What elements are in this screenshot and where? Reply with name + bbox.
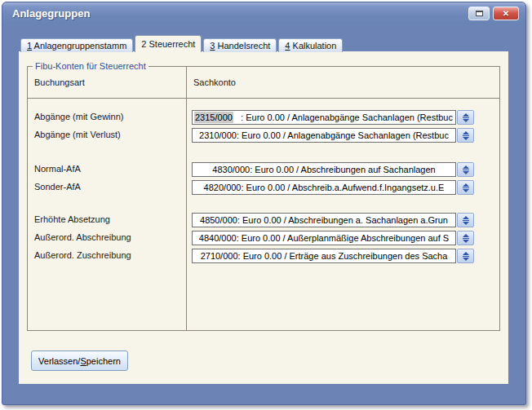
arrow-up-icon (463, 165, 469, 169)
row-label: Erhöhte Absetzung (34, 214, 110, 224)
window-title: Anlagegruppen (12, 7, 90, 20)
sachkonto-field-abgaenge-gewinn: 2315/000 : Euro 0.00 / Anlagenabgänge Sa… (192, 110, 474, 125)
account-text: : Euro 0.00 / Anlagenabgänge Sachanlagen… (233, 112, 453, 122)
account-code: 4840/000 (199, 233, 237, 243)
account-text: : Euro 0.00 / Abschreibungen a. Sachanla… (237, 215, 448, 225)
close-button[interactable]: ✕ (493, 7, 519, 20)
caption-buttons: ✕ (468, 7, 519, 20)
account-text: : Euro 0.00 / Erträge aus Zuschreibungen… (238, 251, 448, 261)
anlagegruppen-dialog: Anlagegruppen ✕ 1 Anlagengruppenstamm 2 … (2, 2, 526, 405)
spinner-divider (463, 187, 469, 188)
sachkonto-field-sonder-afa: 4820/000: Euro 0.00 / Abschreib.a.Aufwen… (192, 180, 474, 195)
tab-strip: 1 Anlagengruppenstamm 2 Steuerrecht 3 Ha… (20, 35, 343, 52)
tab-label: Kalkulation (290, 41, 336, 51)
sachkonto-field-ausserord-abschreibung: 4840/000: Euro 0.00 / Außerplanmäßige Ab… (192, 231, 474, 245)
spinner-divider (463, 220, 469, 221)
table-row: Sonder-AfA 4820/000: Euro 0.00 / Abschre… (28, 180, 499, 195)
arrow-down-icon (463, 171, 469, 174)
tab-label: Steuerrecht (146, 39, 195, 49)
groupbox-title: Fibu-Konten für Steuerrecht (33, 61, 149, 71)
account-input[interactable]: 2710/000: Euro 0.00 / Erträge aus Zuschr… (192, 249, 456, 263)
arrow-up-icon (463, 131, 469, 134)
account-input[interactable]: 2315/000 : Euro 0.00 / Anlagenabgänge Sa… (192, 110, 456, 125)
spinner-divider (463, 170, 469, 170)
arrow-down-icon (463, 137, 469, 140)
tab-label: Anlagengruppenstamm (32, 41, 126, 51)
close-icon: ✕ (503, 9, 509, 18)
arrow-down-icon (463, 119, 469, 122)
row-label: Abgänge (mit Gewinn) (34, 112, 123, 121)
spinner-divider (463, 256, 469, 257)
account-input[interactable]: 4840/000: Euro 0.00 / Außerplanmäßige Ab… (192, 231, 456, 245)
row-label: Außerord. Zuschreibung (34, 250, 131, 260)
table-row: Abgänge (mit Verlust) 2310/000: Euro 0.0… (28, 128, 499, 143)
account-code: 2710/000 (201, 251, 238, 261)
table-row: Außerord. Abschreibung 4840/000: Euro 0.… (28, 231, 499, 245)
tab-steuerrecht[interactable]: 2 Steuerrecht (135, 35, 202, 52)
account-code: 2310/000 (199, 130, 237, 140)
account-text: : Euro 0.00 / Abschreibungen auf Sachanl… (250, 165, 436, 174)
arrow-down-icon (463, 240, 469, 243)
tab-anlagengruppenstamm[interactable]: 1 Anlagengruppenstamm (20, 38, 133, 52)
account-code: 4850/000 (200, 215, 237, 225)
selected-account-code: 2315/000 (194, 112, 233, 123)
row-label: Normal-AfA (34, 164, 81, 174)
spinner-button[interactable] (457, 128, 474, 143)
button-label: Verlassen/ (38, 356, 80, 366)
spinner-button[interactable] (457, 180, 474, 195)
sachkonto-field-normal-afa: 4830/000: Euro 0.00 / Abschreibungen auf… (192, 162, 474, 177)
column-header-sachkonto: Sachkonto (193, 77, 236, 87)
account-text: : Euro 0.00 / Außerplanmäßige Abschreibu… (237, 233, 450, 243)
tab-kalkulation[interactable]: 4 Kalkulation (278, 38, 343, 52)
restore-button[interactable] (468, 7, 490, 20)
fibu-konten-groupbox: Fibu-Konten für Steuerrecht Buchungsart … (27, 66, 500, 331)
row-label: Sonder-AfA (34, 182, 81, 192)
button-label: peichern (86, 356, 121, 366)
account-input[interactable]: 2310/000: Euro 0.00 / Anlagenabgänge Sac… (192, 128, 456, 143)
spinner-divider (463, 135, 469, 136)
arrow-up-icon (463, 183, 469, 187)
account-text: : Euro 0.00 / Anlagenabgänge Sachanlagen… (237, 130, 449, 140)
row-label: Außerord. Abschreibung (34, 232, 131, 242)
arrow-down-icon (463, 222, 469, 225)
arrow-up-icon (463, 113, 469, 117)
table-row: Erhöhte Absetzung 4850/000: Euro 0.00 / … (28, 213, 499, 227)
column-header-buchungsart: Buchungsart (34, 77, 85, 87)
sachkonto-field-erhoehte-absetzung: 4850/000: Euro 0.00 / Abschreibungen a. … (192, 213, 474, 227)
account-input[interactable]: 4850/000: Euro 0.00 / Abschreibungen a. … (192, 213, 456, 227)
verlassen-speichern-button[interactable]: Verlassen/Speichern (31, 350, 128, 371)
header-divider (28, 98, 499, 99)
table-row: Normal-AfA 4830/000: Euro 0.00 / Abschre… (28, 162, 499, 177)
table-row: Abgänge (mit Gewinn) 2315/000 : Euro 0.0… (28, 110, 499, 125)
sachkonto-field-ausserord-zuschreibung: 2710/000: Euro 0.00 / Erträge aus Zuschr… (192, 249, 474, 263)
account-text: : Euro 0.00 / Abschreib.a.Aufwend.f.Inga… (242, 183, 445, 192)
button-accel: S (80, 356, 86, 366)
title-bar[interactable]: Anlagegruppen ✕ (2, 2, 525, 24)
tab-handelsrecht[interactable]: 3 Handelsrecht (203, 38, 277, 52)
column-divider (186, 67, 187, 330)
arrow-up-icon (463, 252, 469, 255)
restore-icon (476, 11, 483, 16)
spinner-divider (463, 117, 469, 118)
tab-label: Handelsrecht (215, 41, 270, 51)
spinner-button[interactable] (457, 231, 474, 245)
account-code: 4820/000 (204, 183, 242, 192)
tab-page-steuerrecht: Fibu-Konten für Steuerrecht Buchungsart … (19, 51, 508, 384)
spinner-button[interactable] (457, 110, 474, 125)
sachkonto-field-abgaenge-verlust: 2310/000: Euro 0.00 / Anlagenabgänge Sac… (192, 128, 474, 143)
account-input[interactable]: 4820/000: Euro 0.00 / Abschreib.a.Aufwen… (192, 180, 456, 195)
spinner-button[interactable] (457, 162, 474, 177)
arrow-up-icon (463, 216, 469, 219)
arrow-down-icon (463, 189, 469, 192)
spinner-button[interactable] (457, 213, 474, 227)
row-label: Abgänge (mit Verlust) (34, 130, 121, 139)
arrow-up-icon (463, 234, 469, 237)
account-code: 4830/000 (212, 165, 250, 174)
table-row: Außerord. Zuschreibung 2710/000: Euro 0.… (28, 249, 499, 263)
account-input[interactable]: 4830/000: Euro 0.00 / Abschreibungen auf… (192, 162, 456, 177)
spinner-button[interactable] (457, 249, 474, 263)
arrow-down-icon (463, 258, 469, 261)
spinner-divider (463, 238, 469, 239)
